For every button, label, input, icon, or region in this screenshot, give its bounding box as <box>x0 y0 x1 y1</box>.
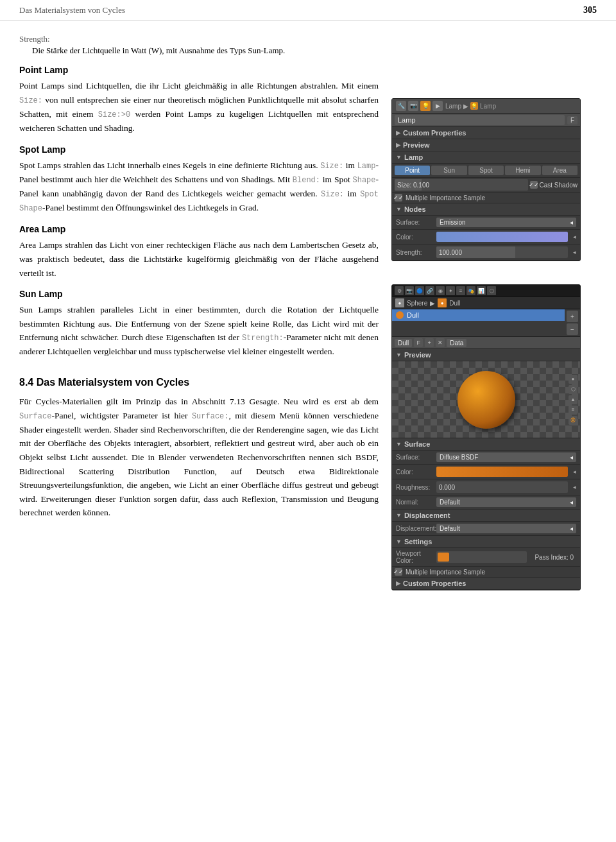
mat-normal-dropdown[interactable]: Default ◂ <box>436 497 576 507</box>
mat-roughness-label: Roughness: <box>396 484 431 491</box>
breadcrumb-sep: ▶ <box>430 300 435 307</box>
strength-desc: Die Stärke der Lichtquelle in Watt (W), … <box>32 46 379 56</box>
surface-section-header[interactable]: ▼ Surface <box>392 438 580 451</box>
mat-custom-properties-triangle: ▶ <box>396 580 400 587</box>
toolbar-data-label: Data <box>447 339 466 347</box>
material-dot-active <box>396 311 404 319</box>
multiple-importance-row: ✓ Multiple Importance Sample <box>392 193 580 203</box>
mat-icon5: ◉ <box>436 286 445 295</box>
cast-shadow-checkbox[interactable]: ✓ <box>530 181 538 189</box>
sun-lamp-heading: Sun Lamp <box>19 289 379 299</box>
mat-multiple-importance-label: Multiple Importance Sample <box>406 569 485 576</box>
material-list: Dull <box>392 309 565 336</box>
color-field[interactable] <box>436 232 568 242</box>
preview-icon3[interactable]: ▲ <box>569 395 578 404</box>
surface-dropdown[interactable]: Emission ◂ <box>436 218 576 227</box>
lamp-type-point[interactable]: Point <box>395 166 430 175</box>
breadcrumb-lamp2: Lamp <box>480 103 496 110</box>
multiple-importance-checkbox[interactable]: ✓ <box>395 194 402 202</box>
material-toolbar-name[interactable]: Dull <box>395 339 412 347</box>
breadcrumb-dull: Dull <box>449 300 460 307</box>
displacement-section-label: Displacement <box>404 511 450 519</box>
displacement-row: Displacement: Default ◂ <box>392 522 580 536</box>
roughness-slider[interactable]: 0.000 <box>436 481 568 493</box>
size-row: Size: 0.100 ✓ Cast Shadow <box>392 178 580 193</box>
nodes-section-label: Nodes <box>404 205 426 213</box>
mat-icon4: 🔗 <box>425 286 434 295</box>
mat-preview-header[interactable]: ▼ Preview <box>392 349 580 361</box>
mat-color-row: Color: ◂ <box>392 465 580 479</box>
lamp-type-spot[interactable]: Spot <box>468 166 504 175</box>
lamp-type-sun[interactable]: Sun <box>431 166 466 175</box>
preview-icon5[interactable]: 🔆 <box>569 416 578 425</box>
preview-triangle: ▶ <box>396 142 400 148</box>
lamp-name-field[interactable]: Lamp <box>395 115 565 125</box>
preview-section[interactable]: ▶ Preview <box>392 139 580 151</box>
surface-value: Emission <box>440 219 466 226</box>
displacement-triangle: ▼ <box>396 512 402 519</box>
material-preview: ● ⬡ ▲ ≡ 🔆 <box>392 361 580 438</box>
preview-icon2[interactable]: ⬡ <box>569 385 578 394</box>
settings-triangle: ▼ <box>396 538 402 545</box>
lamp-type-hemi[interactable]: Hemi <box>505 166 540 175</box>
preview-icon4[interactable]: ≡ <box>569 406 578 415</box>
mat-color-label: Color: <box>396 468 431 476</box>
viewport-color-swatch <box>438 553 449 562</box>
toolbar-f-btn[interactable]: F <box>414 338 423 347</box>
roughness-value: 0.000 <box>436 484 458 491</box>
topbar-icons: 🔧 📷 💡 ▶ <box>396 101 443 111</box>
mat-preview-label: Preview <box>404 351 431 359</box>
mat-normal-label: Normal: <box>396 499 431 506</box>
material-item-active[interactable]: Dull <box>392 309 565 321</box>
lamp-section-header[interactable]: ▼ Lamp <box>392 151 580 164</box>
breadcrumb-sphere: Sphere <box>407 300 427 307</box>
viewport-color-slider[interactable] <box>436 551 527 563</box>
preview-icon1[interactable]: ● <box>569 375 578 384</box>
panels-column: 🔧 📷 💡 ▶ Lamp ▶ 💡 Lamp Lamp F ▶ <box>391 34 590 590</box>
strength-label: Strength: <box>19 34 379 44</box>
lamp-f-badge: F <box>567 116 578 125</box>
strength-row: Strength: 100.000 ◂ <box>392 245 580 261</box>
mat-color-field[interactable] <box>436 467 568 477</box>
mat-icon2: 📷 <box>405 286 414 295</box>
mat-custom-properties-header[interactable]: ▶ Custom Properties <box>392 578 580 590</box>
lamp-panel-topbar: 🔧 📷 💡 ▶ Lamp ▶ 💡 Lamp <box>392 99 580 114</box>
strength-slider[interactable]: 100.000 <box>436 246 568 258</box>
surface-triangle: ▼ <box>396 441 402 447</box>
mat-icon10: ⬡ <box>487 286 496 295</box>
strength-value: 100.000 <box>436 249 465 256</box>
mat-icon9: 📊 <box>477 286 486 295</box>
mat-remove-btn[interactable]: − <box>567 323 578 335</box>
toolbar-x-btn[interactable]: ✕ <box>436 338 445 347</box>
displacement-dropdown[interactable]: Default ◂ <box>436 524 576 533</box>
surface-label: Surface: <box>396 219 431 226</box>
mat-surface-dropdown[interactable]: Diffuse BSDF ◂ <box>436 452 576 462</box>
breadcrumb-lamp-icon: 💡 <box>470 102 478 110</box>
pass-index-label: Pass Index: 0 <box>532 554 576 561</box>
mat-icon6: ✦ <box>446 286 455 295</box>
mat-surface-arrow: ◂ <box>570 454 573 461</box>
custom-properties-section[interactable]: ▶ Custom Properties <box>392 127 580 139</box>
nodes-section-header[interactable]: ▼ Nodes <box>392 203 580 216</box>
mat-normal-arrow: ◂ <box>570 499 573 506</box>
mat-add-btn[interactable]: + <box>567 311 578 322</box>
page-header: Das Materialsystem von Cycles 305 <box>0 0 616 21</box>
breadcrumb-arrow: ▶ <box>463 103 468 110</box>
size-slider[interactable]: Size: 0.100 <box>395 179 528 191</box>
material-name-active: Dull <box>407 311 419 319</box>
header-title: Das Materialsystem von Cycles <box>19 5 125 15</box>
cycles-para: Für Cycles-Materialien gilt im Prinzip d… <box>19 395 379 520</box>
settings-section-header[interactable]: ▼ Settings <box>392 536 580 548</box>
multiple-importance-label: Multiple Importance Sample <box>406 194 485 202</box>
point-lamp-heading: Point Lamp <box>19 65 379 75</box>
mat-icon1: ⚙ <box>395 286 404 295</box>
displacement-section-header[interactable]: ▼ Displacement <box>392 510 580 522</box>
material-panel: ⚙ 📷 🔵 🔗 ◉ ✦ ≡ 🎭 📊 ⬡ ● Sphere ▶ ● D <box>391 284 581 590</box>
settings-section-label: Settings <box>404 538 432 546</box>
mat-multiple-importance-checkbox[interactable]: ✓ <box>395 568 402 576</box>
lamp-type-area[interactable]: Area <box>542 166 578 175</box>
preview-sphere <box>458 371 515 429</box>
mat-icon3: 🔵 <box>415 286 424 295</box>
toolbar-plus-btn[interactable]: + <box>425 338 434 347</box>
surface-row: Surface: Emission ◂ <box>392 216 580 230</box>
